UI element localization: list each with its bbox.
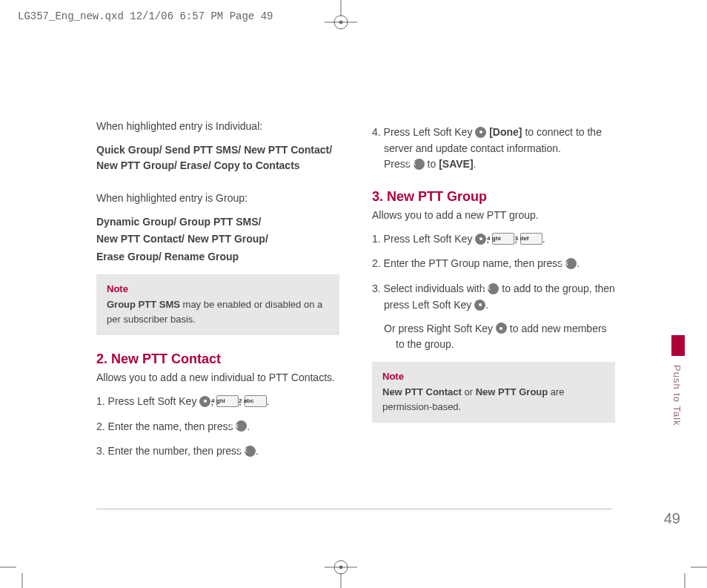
ok-icon: OK (414, 159, 425, 170)
right-column: 4. Press Left Soft Key [Done] to connect… (372, 119, 615, 469)
t: . (267, 395, 270, 407)
side-tab-block (671, 335, 685, 356)
side-tab: Push to Talk (671, 335, 685, 454)
para-individual-options: Quick Group/ Send PTT SMS/ New PTT Conta… (96, 142, 339, 174)
sec3-step3: 3. Select individuals with OK to add to … (372, 281, 615, 353)
note-bold: Group PTT SMS (107, 299, 180, 310)
sec2-step1: 1. Press Left Soft Key , 4 ghi, 2 abc. (96, 394, 339, 410)
sec2-step3: 3. Enter the number, then press OK. (96, 443, 339, 460)
para-group-opt-3: Erase Group/ Rename Group (96, 249, 339, 265)
sec2-step2: 2. Enter the name, then press OK. (96, 419, 339, 435)
t: . (542, 233, 545, 245)
t: . (256, 445, 259, 457)
t: . (485, 299, 488, 311)
prepress-header: LG357_Eng_new.qxd 12/1/06 6:57 PM Page 4… (18, 10, 273, 22)
ok-icon: OK (245, 446, 256, 457)
t: . (577, 257, 580, 269)
ok-icon: OK (236, 420, 247, 432)
left-column: When highlighted entry is Individual: Qu… (96, 119, 339, 469)
para-group-intro: When highlighted entry is Group: (96, 191, 339, 207)
sec3-step2: 2. Enter the PTT Group name, then press … (372, 256, 615, 272)
softkey-icon (496, 323, 507, 334)
softkey-icon (475, 234, 486, 245)
ok-icon: OK (565, 258, 577, 269)
crop-mark-top (319, 0, 363, 44)
note-box-permission: Note New PTT Contact or New PTT Group ar… (372, 362, 615, 423)
note-title: Note (107, 282, 329, 297)
t: 2. Enter the name, then press (96, 420, 236, 432)
note-mid: or (462, 386, 476, 397)
note-b1: New PTT Contact (382, 386, 462, 397)
t: 1. Press Left Soft Key (372, 233, 475, 245)
crop-mark-bottom (319, 545, 363, 588)
para-individual-intro: When highlighted entry is Individual: (96, 119, 339, 135)
page-number: 49 (664, 510, 680, 527)
svg-point-3 (339, 21, 342, 24)
crop-mark-br (663, 545, 707, 588)
t: 1. Press Left Soft Key (96, 395, 199, 407)
t: . (474, 158, 477, 170)
sec3-step1: 1. Press Left Soft Key , 4 ghi, 3 def. (372, 231, 615, 248)
para-group-opt-1: Dynamic Group/ Group PTT SMS/ (96, 214, 339, 231)
t: 2. Enter the PTT Group name, then press (372, 257, 565, 269)
key-4ghi-icon: 4 ghi (492, 233, 514, 245)
t: . (247, 420, 250, 432)
para-group-opt-2: New PTT Contact/ New PTT Group/ (96, 231, 339, 248)
key-4ghi-icon: 4 ghi (216, 395, 239, 407)
sec3-subtitle: Allows you to add a new PTT group. (372, 208, 615, 224)
t: [SAVE] (439, 158, 473, 170)
softkey-icon (199, 396, 210, 407)
t: [Done] (486, 126, 522, 138)
ok-icon: OK (488, 283, 499, 294)
footer-rule (96, 509, 612, 509)
t: to (425, 158, 439, 170)
note-b2: New PTT Group (476, 386, 548, 397)
note-title: Note (382, 369, 605, 384)
crop-mark-bl (0, 545, 44, 588)
key-2abc-icon: 2 abc (245, 395, 267, 407)
svg-point-7 (339, 566, 342, 569)
softkey-icon (475, 127, 486, 138)
softkey-icon (474, 300, 485, 311)
key-3def-icon: 3 def (520, 233, 542, 245)
note-box-group-sms: Note Group PTT SMS may be enabled or dis… (96, 274, 339, 336)
step4: 4. Press Left Soft Key [Done] to connect… (372, 125, 615, 173)
t: 4. Press Left Soft Key (372, 126, 475, 138)
sec2-subtitle: Allows you to add a new individual to PT… (96, 370, 339, 386)
heading-new-ptt-group: 3. New PTT Group (372, 189, 615, 205)
t: 3. Enter the number, then press (96, 445, 245, 457)
t: 3. Select individuals with (372, 283, 488, 294)
t: Or press Right Soft Key (384, 323, 496, 334)
side-tab-label: Push to Talk (671, 365, 683, 426)
heading-new-ptt-contact: 2. New PTT Contact (96, 351, 339, 367)
